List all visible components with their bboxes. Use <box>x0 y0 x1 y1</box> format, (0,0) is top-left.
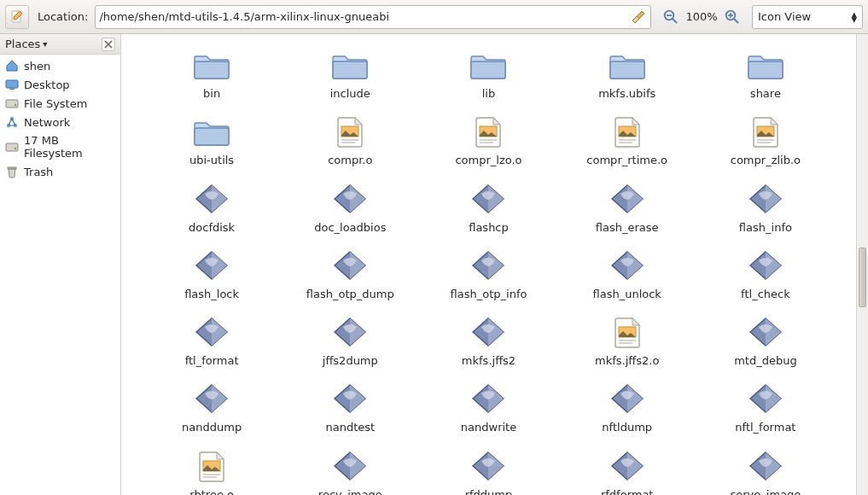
file-item[interactable]: nftldump <box>562 378 692 436</box>
file-item[interactable]: mkfs.jffs2 <box>423 312 553 370</box>
file-item[interactable]: flashcp <box>423 178 553 236</box>
binary-icon <box>329 313 370 351</box>
file-item[interactable]: flash_info <box>701 178 830 236</box>
file-item[interactable]: ubi-utils <box>147 111 277 169</box>
file-item[interactable]: nftl_format <box>701 378 830 436</box>
home-icon <box>5 59 19 73</box>
file-label: flash_unlock <box>593 288 661 301</box>
dropdown-spinner-icon: ▴▾ <box>851 12 857 22</box>
file-item[interactable]: ftl_check <box>701 245 830 303</box>
chevron-down-icon: ▾ <box>43 39 47 49</box>
file-item[interactable]: serve_image <box>701 446 830 496</box>
file-label: rbtree.o <box>189 488 234 496</box>
file-item[interactable]: share <box>701 44 830 102</box>
file-label: mtd_debug <box>734 354 797 368</box>
toolbar: Location: 100% Icon View ▴▾ <box>0 0 868 34</box>
file-label: nandtest <box>325 421 375 434</box>
file-item[interactable]: nanddump <box>147 378 277 436</box>
sidebar-item-desktop[interactable]: Desktop <box>0 75 120 94</box>
file-label: flash_erase <box>596 221 659 235</box>
object-icon <box>745 113 786 150</box>
file-label: mkfs.jffs2 <box>462 354 516 368</box>
file-grid-scroll[interactable]: binincludelibmkfs.ubifsshareubi-utilscom… <box>121 34 856 495</box>
edit-location-button[interactable] <box>5 5 29 29</box>
zoom-in-button[interactable] <box>723 8 742 26</box>
file-item[interactable]: bin <box>147 44 277 102</box>
file-label: flash_info <box>739 221 792 235</box>
file-label: ftl_format <box>185 354 239 368</box>
file-label: compr_rtime.o <box>586 154 667 167</box>
file-item[interactable]: flash_otp_info <box>423 245 553 303</box>
location-input[interactable] <box>99 10 632 23</box>
file-item[interactable]: nandwrite <box>423 378 553 436</box>
file-item[interactable]: flash_unlock <box>562 245 692 303</box>
binary-icon <box>607 247 648 284</box>
file-item[interactable]: mkfs.jffs2.o <box>562 312 692 370</box>
network-icon <box>5 115 19 129</box>
file-label: serve_image <box>730 488 801 496</box>
file-item[interactable]: include <box>285 44 415 102</box>
view-mode-label: Icon View <box>758 10 811 23</box>
sidebar-item-shen[interactable]: shen <box>0 56 120 75</box>
sidebar-item-label: Network <box>24 116 70 129</box>
file-label: flash_otp_dump <box>306 288 394 301</box>
location-field[interactable] <box>95 5 651 29</box>
sidebar-item-label: Trash <box>24 166 53 178</box>
object-icon <box>607 113 648 150</box>
file-item[interactable]: docfdisk <box>147 178 277 236</box>
sidebar-item-file-system[interactable]: File System <box>0 94 120 113</box>
binary-icon <box>607 447 648 485</box>
file-item[interactable]: flash_otp_dump <box>285 245 415 303</box>
desktop-icon <box>5 78 19 91</box>
trash-icon <box>5 165 19 178</box>
sidebar-item-label: Desktop <box>24 79 70 91</box>
view-mode-select[interactable]: Icon View ▴▾ <box>752 5 863 29</box>
file-item[interactable]: nandtest <box>285 378 415 436</box>
clear-location-icon[interactable] <box>632 9 647 25</box>
object-icon <box>607 313 648 351</box>
file-item[interactable]: lib <box>423 44 553 102</box>
binary-icon <box>607 380 648 417</box>
file-item[interactable]: mkfs.ubifs <box>562 44 692 102</box>
folder-icon <box>191 46 232 84</box>
file-item[interactable]: flash_lock <box>147 245 277 303</box>
folder-icon <box>329 46 370 84</box>
file-item[interactable]: rfdformat <box>562 446 692 496</box>
file-item[interactable]: doc_loadbios <box>285 178 415 236</box>
folder-icon <box>468 46 509 84</box>
file-item[interactable]: jffs2dump <box>285 312 415 370</box>
binary-icon <box>191 313 232 351</box>
places-header-label: Places <box>5 38 40 50</box>
file-item[interactable]: compr.o <box>285 111 415 169</box>
binary-icon <box>745 313 786 351</box>
file-item[interactable]: recv_image <box>285 446 415 496</box>
binary-icon <box>468 447 509 485</box>
sidebar-item-network[interactable]: Network <box>0 113 120 131</box>
folder-icon <box>607 46 648 84</box>
sidebar-close-button[interactable] <box>102 38 115 51</box>
file-item[interactable]: rfddump <box>423 446 553 496</box>
file-item[interactable]: flash_erase <box>562 178 692 236</box>
file-label: include <box>330 87 370 101</box>
file-item[interactable]: mtd_debug <box>701 312 830 370</box>
file-label: docfdisk <box>189 221 235 235</box>
file-item[interactable]: ftl_format <box>147 312 277 370</box>
zoom-out-button[interactable] <box>661 8 680 26</box>
file-label: nftl_format <box>735 421 795 434</box>
scrollbar-thumb[interactable] <box>859 248 866 307</box>
sidebar-item-trash[interactable]: Trash <box>0 162 120 181</box>
disk-icon <box>5 96 19 110</box>
folder-icon <box>745 46 786 84</box>
file-item[interactable]: rbtree.o <box>147 446 277 496</box>
main-area: Places ▾ shenDesktopFile SystemNetwork17… <box>0 34 868 495</box>
file-label: lib <box>482 87 495 101</box>
vertical-scrollbar[interactable] <box>856 34 868 495</box>
file-item[interactable]: compr_lzo.o <box>423 111 553 169</box>
binary-icon <box>607 180 648 218</box>
file-item[interactable]: compr_rtime.o <box>562 111 692 169</box>
file-label: flash_otp_info <box>451 288 527 301</box>
file-item[interactable]: compr_zlib.o <box>701 111 830 169</box>
sidebar-item-17-mb-filesystem[interactable]: 17 MB Filesystem <box>0 131 120 162</box>
places-header-toggle[interactable]: Places ▾ <box>5 38 47 50</box>
folder-icon <box>191 113 232 150</box>
